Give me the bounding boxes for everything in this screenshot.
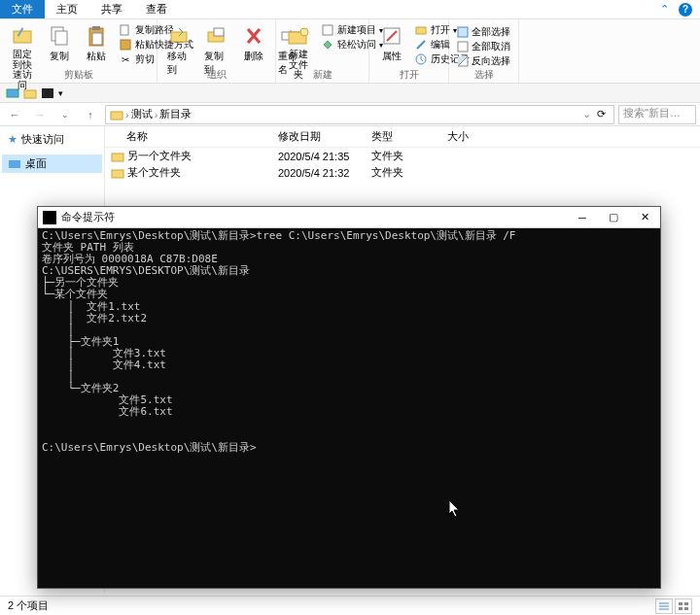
sidebar-item-desktop[interactable]: 桌面 <box>2 154 102 173</box>
pin-icon <box>10 23 35 49</box>
cmd-body[interactable]: C:\Users\Emrys\Desktop\测试\新目录>tree C:\Us… <box>38 228 660 456</box>
paste-label: 粘贴 <box>87 50 106 63</box>
delete-icon <box>241 23 266 49</box>
tab-share[interactable]: 共享 <box>89 0 134 18</box>
invert-icon <box>457 54 469 68</box>
svg-rect-34 <box>679 607 682 610</box>
ribbon-group-select: 选择 <box>449 68 518 82</box>
view-icons-button[interactable] <box>675 598 692 614</box>
sidebar-item-quickaccess[interactable]: ★ 快速访问 <box>2 130 102 149</box>
copypath-icon <box>119 23 132 37</box>
easyaccess-icon <box>321 38 334 51</box>
minimize-ribbon-icon[interactable]: ⌃ <box>660 3 669 16</box>
star-icon: ★ <box>8 133 18 146</box>
selectall-icon <box>457 25 469 39</box>
search-input[interactable]: 搜索"新目… <box>618 105 696 124</box>
cmd-maximize-button[interactable]: ▢ <box>598 208 629 227</box>
status-text: 2 个项目 <box>8 598 49 613</box>
cmd-title: 命令提示符 <box>61 210 567 224</box>
table-row[interactable]: 某个文件夹2020/5/4 21:32文件夹 <box>105 164 700 181</box>
edit-icon <box>414 38 428 51</box>
svg-rect-9 <box>171 32 187 42</box>
pin-button[interactable]: 固定到快 速访问 <box>4 21 41 92</box>
svg-rect-0 <box>14 31 31 43</box>
cmd-close-button[interactable]: ✕ <box>629 208 660 227</box>
svg-rect-5 <box>92 26 100 30</box>
svg-rect-28 <box>112 170 123 178</box>
column-name[interactable]: 名称 <box>105 129 272 144</box>
up-button[interactable]: ↑ <box>80 105 101 124</box>
cut-icon: ✂ <box>119 52 132 66</box>
view-details-button[interactable] <box>655 598 673 614</box>
newitem-icon <box>321 23 334 37</box>
selectnone-icon <box>457 40 469 53</box>
breadcrumb-dropdown[interactable]: ⌄ <box>582 108 591 120</box>
svg-rect-35 <box>684 607 688 610</box>
ribbon-group-new: 新建 <box>276 68 368 82</box>
paste-button[interactable]: 粘贴 <box>78 21 115 92</box>
column-date[interactable]: 修改日期 <box>272 129 366 144</box>
help-icon[interactable]: ? <box>679 3 692 17</box>
svg-rect-8 <box>121 40 130 50</box>
pasteshortcut-icon <box>119 38 132 51</box>
svg-rect-18 <box>416 27 426 34</box>
svg-rect-32 <box>679 602 682 605</box>
refresh-button[interactable]: ⟳ <box>593 108 610 120</box>
svg-rect-6 <box>92 33 102 45</box>
paste-icon <box>84 23 109 49</box>
svg-rect-21 <box>458 42 468 51</box>
back-button[interactable]: ← <box>4 105 25 124</box>
column-size[interactable]: 大小 <box>441 129 500 144</box>
svg-rect-16 <box>323 25 332 35</box>
newfolder-icon <box>286 23 311 49</box>
tab-home[interactable]: 主页 <box>45 0 89 18</box>
copy-icon <box>47 23 72 49</box>
open-icon <box>414 23 428 37</box>
moveto-icon <box>167 23 192 49</box>
table-row[interactable]: 另一个文件夹2020/5/4 21:35文件夹 <box>105 148 700 164</box>
svg-rect-26 <box>9 160 20 168</box>
history-icon <box>414 52 428 66</box>
recent-dropdown[interactable]: ⌄ <box>54 105 76 124</box>
ribbon-group-clipboard: 剪贴板 <box>0 68 157 82</box>
column-type[interactable]: 类型 <box>366 129 441 144</box>
svg-rect-20 <box>458 27 468 37</box>
tab-view[interactable]: 查看 <box>134 0 179 18</box>
invert-button[interactable]: 反向选择 <box>457 54 510 68</box>
svg-rect-3 <box>55 31 67 45</box>
forward-button[interactable]: → <box>29 105 51 124</box>
properties-icon <box>379 23 404 49</box>
copy-label: 复制 <box>50 50 69 63</box>
breadcrumb[interactable]: › 测试 › 新目录 ⌄ ⟳ <box>105 105 614 124</box>
svg-rect-25 <box>111 112 122 120</box>
svg-rect-11 <box>214 28 224 36</box>
selectall-button[interactable]: 全部选择 <box>457 25 510 39</box>
tab-file[interactable]: 文件 <box>0 0 45 18</box>
svg-rect-27 <box>112 154 123 161</box>
cmd-minimize-button[interactable]: ─ <box>567 208 598 227</box>
ribbon-group-organize: 组织 <box>158 68 275 82</box>
ribbon-group-open: 打开 <box>369 68 448 82</box>
desktop-icon <box>8 158 21 170</box>
svg-rect-7 <box>121 25 128 35</box>
cmd-window[interactable]: 命令提示符 ─ ▢ ✕ C:\Users\Emrys\Desktop\测试\新目… <box>37 206 661 589</box>
svg-rect-33 <box>684 602 688 605</box>
copy-button[interactable]: 复制 <box>41 21 78 92</box>
svg-point-15 <box>300 28 308 36</box>
selectnone-button[interactable]: 全部取消 <box>457 40 510 53</box>
breadcrumb-folder-icon <box>110 109 123 120</box>
copyto-icon <box>204 23 229 49</box>
cmd-app-icon <box>43 211 56 224</box>
